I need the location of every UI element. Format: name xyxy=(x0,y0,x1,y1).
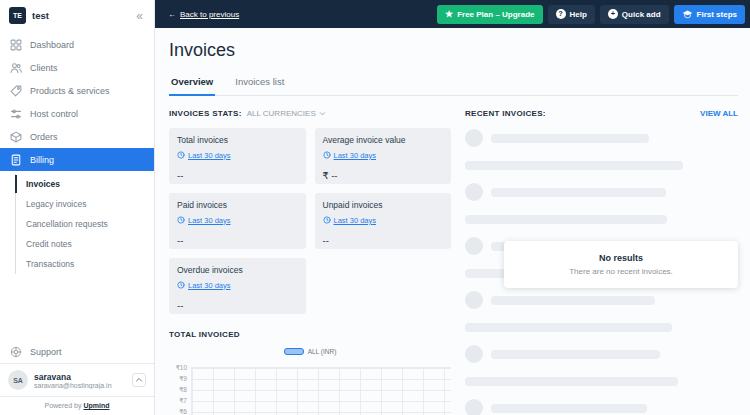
submenu-item-label: Legacy invoices xyxy=(26,199,86,209)
sidebar-item-label: Orders xyxy=(30,132,58,142)
skeleton-row xyxy=(465,156,738,174)
stat-card-period-label: Last 30 days xyxy=(334,151,377,160)
skeleton-avatar xyxy=(465,237,483,255)
sidebar-item-orders[interactable]: Orders xyxy=(0,125,154,148)
box-icon xyxy=(10,131,22,143)
y-tick: ₹6 xyxy=(169,406,191,415)
tag-icon xyxy=(10,85,22,97)
no-results-card: No results There are no recent invoices. xyxy=(504,241,738,288)
y-tick: ₹9 xyxy=(169,373,191,384)
submenu-item-transactions[interactable]: Transactions xyxy=(16,254,154,274)
stat-card-period-link[interactable]: Last 30 days xyxy=(177,281,231,290)
skeleton-bar xyxy=(465,161,683,170)
clock-icon xyxy=(177,281,185,289)
star-icon: ★ xyxy=(445,10,453,19)
sidebar-item-label: Dashboard xyxy=(30,40,74,50)
chart-legend: ALL (INR) xyxy=(169,348,451,355)
stat-card-paid-invoices: Paid invoices Last 30 days -- xyxy=(169,193,306,249)
upmind-link[interactable]: Upmind xyxy=(83,402,109,409)
skeleton-bar xyxy=(465,215,667,224)
user-menu[interactable]: SA saravana saravana@hostingraja.in xyxy=(0,363,154,396)
quick-add-button-label: Quick add xyxy=(622,10,661,19)
sidebar-item-support[interactable]: Support xyxy=(0,340,154,363)
chevron-down-icon xyxy=(319,110,326,117)
tab-overview[interactable]: Overview xyxy=(169,71,215,96)
view-all-link[interactable]: VIEW ALL xyxy=(700,109,738,118)
back-to-previous-link[interactable]: ← Back to previous xyxy=(168,10,239,19)
chevron-up-icon xyxy=(135,376,143,384)
no-results-title: No results xyxy=(514,253,728,263)
skeleton-avatar xyxy=(465,291,483,309)
stat-card-overdue-invoices: Overdue invoices Last 30 days -- xyxy=(169,258,306,314)
skeleton-row xyxy=(465,372,738,390)
stats-column: INVOICES STATS: ALL CURRENCIES Total inv… xyxy=(169,109,451,415)
user-email: saravana@hostingraja.in xyxy=(34,382,126,389)
submenu-item-credit-notes[interactable]: Credit notes xyxy=(16,234,154,254)
stat-card-value: -- xyxy=(177,170,298,181)
upgrade-button-label: Free Plan – Upgrade xyxy=(457,10,534,19)
sidebar-item-products-services[interactable]: Products & services xyxy=(0,79,154,102)
app-window: TE test « Dashboard Clients Pro xyxy=(0,0,750,415)
skeleton-avatar xyxy=(465,399,483,415)
stat-card-period-link[interactable]: Last 30 days xyxy=(177,216,231,225)
chart-y-axis: ₹10 ₹9 ₹8 ₹7 ₹6 ₹5 xyxy=(169,362,191,415)
legend-swatch xyxy=(284,348,304,355)
skeleton-row xyxy=(465,129,738,147)
sidebar-item-label: Products & services xyxy=(30,86,110,96)
currency-filter-label: ALL CURRENCIES xyxy=(247,109,316,118)
user-expand-button[interactable] xyxy=(132,373,146,387)
main-content: Invoices Overview Invoices list INVOICES… xyxy=(155,28,750,415)
submenu-item-label: Invoices xyxy=(26,179,60,189)
stat-card-period-label: Last 30 days xyxy=(188,151,231,160)
lifebuoy-icon xyxy=(10,346,22,358)
skeleton-row xyxy=(465,345,738,363)
first-steps-button-label: First steps xyxy=(697,10,737,19)
stat-card-value: ₹ -- xyxy=(323,170,444,181)
stat-card-period-link[interactable]: Last 30 days xyxy=(177,151,231,160)
help-button[interactable]: ? Help xyxy=(548,5,595,24)
recent-invoices-heading: RECENT INVOICES: xyxy=(465,109,546,118)
skeleton-bar xyxy=(491,350,660,359)
skeleton-avatar xyxy=(465,345,483,363)
skeleton-row xyxy=(465,291,738,309)
sidebar-item-clients[interactable]: Clients xyxy=(0,56,154,79)
quick-add-button[interactable]: + Quick add xyxy=(600,5,669,24)
sidebar-item-dashboard[interactable]: Dashboard xyxy=(0,33,154,56)
stat-card-period-link[interactable]: Last 30 days xyxy=(323,216,377,225)
skeleton-bar xyxy=(465,377,678,386)
back-arrow-icon: ← xyxy=(168,10,176,19)
help-button-label: Help xyxy=(570,10,587,19)
submenu-item-label: Credit notes xyxy=(26,239,72,249)
currency-filter-dropdown[interactable]: ALL CURRENCIES xyxy=(247,109,326,118)
stat-card-title: Paid invoices xyxy=(177,200,298,210)
back-link-label: Back to previous xyxy=(180,10,239,19)
submenu-item-label: Transactions xyxy=(26,259,74,269)
submenu-item-invoices[interactable]: Invoices xyxy=(16,174,154,194)
sidebar: TE test « Dashboard Clients Pro xyxy=(0,0,155,415)
first-steps-button[interactable]: First steps xyxy=(674,5,745,24)
sidebar-collapse-icon[interactable]: « xyxy=(136,10,146,22)
workspace-logo: TE xyxy=(9,7,26,24)
content-columns: INVOICES STATS: ALL CURRENCIES Total inv… xyxy=(169,109,738,415)
stat-card-unpaid-invoices: Unpaid invoices Last 30 days -- xyxy=(315,193,452,249)
sidebar-menu: Dashboard Clients Products & services Ho… xyxy=(0,30,154,171)
tab-invoices-list[interactable]: Invoices list xyxy=(233,71,286,95)
skeleton-row xyxy=(465,210,738,228)
sidebar-item-billing[interactable]: Billing xyxy=(0,148,154,171)
skeleton-avatar xyxy=(465,183,483,201)
upgrade-button[interactable]: ★ Free Plan – Upgrade xyxy=(437,5,542,24)
skeleton-bar xyxy=(491,404,647,413)
clock-icon xyxy=(323,151,331,159)
submenu-item-legacy-invoices[interactable]: Legacy invoices xyxy=(16,194,154,214)
stat-card-total-invoices: Total invoices Last 30 days -- xyxy=(169,128,306,184)
workspace-name: test xyxy=(32,10,130,21)
content-column: ← Back to previous ★ Free Plan – Upgrade… xyxy=(155,0,750,415)
help-icon: ? xyxy=(556,9,566,19)
recent-invoices-column: RECENT INVOICES: VIEW ALL xyxy=(465,109,738,415)
stat-card-period-link[interactable]: Last 30 days xyxy=(323,151,377,160)
stat-card-title: Overdue invoices xyxy=(177,265,298,275)
sidebar-item-host-control[interactable]: Host control xyxy=(0,102,154,125)
legend-label: ALL (INR) xyxy=(308,348,337,355)
submenu-item-cancellation-requests[interactable]: Cancellation requests xyxy=(16,214,154,234)
sidebar-item-label: Support xyxy=(30,347,62,357)
